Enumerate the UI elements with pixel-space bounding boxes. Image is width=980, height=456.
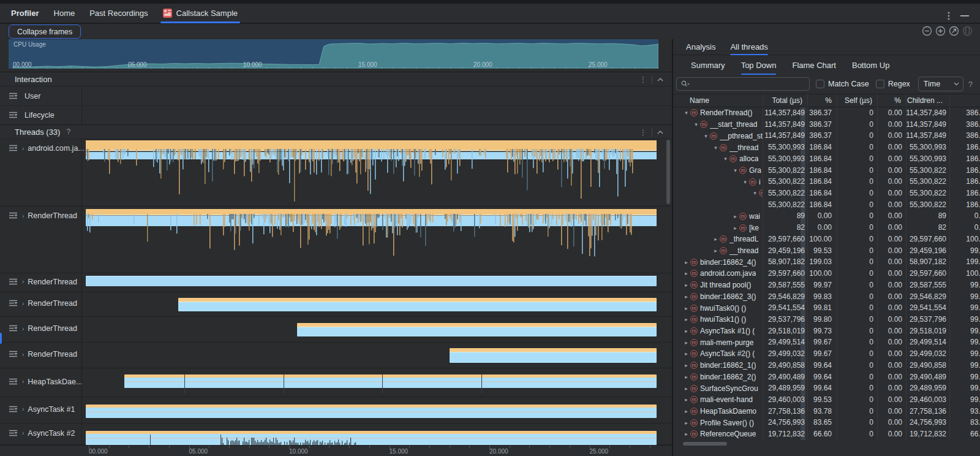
tree-expander-icon[interactable]: ▸ bbox=[682, 270, 690, 276]
tracks-icon[interactable] bbox=[9, 325, 18, 332]
tree-expander-icon[interactable]: ▸ bbox=[682, 305, 690, 311]
interaction-menu-icon[interactable]: ⋮ bbox=[639, 76, 647, 83]
tree-expander-icon[interactable]: ▸ bbox=[682, 362, 690, 368]
analysis-tab-analysis[interactable]: Analysis bbox=[686, 39, 715, 55]
tracks-icon[interactable] bbox=[9, 300, 18, 307]
tree-expander-icon[interactable]: ▸ bbox=[682, 282, 690, 288]
tree-expander-icon[interactable]: ▸ bbox=[712, 248, 720, 254]
table-row[interactable]: ▾mGra55,300,822186.8400.0055,300,822186.… bbox=[673, 165, 980, 177]
tracks-icon[interactable] bbox=[9, 278, 18, 286]
thread-row[interactable]: ›android.com.ja... bbox=[0, 139, 672, 207]
tree-expander-icon[interactable]: ▾ bbox=[692, 121, 700, 127]
column-header-name[interactable]: Name bbox=[673, 94, 763, 108]
tracks-icon[interactable] bbox=[9, 212, 18, 219]
subtab-summary[interactable]: Summary bbox=[691, 56, 725, 75]
threads-section-header[interactable]: Threads (33) ? ⋮ bbox=[0, 124, 672, 139]
expand-thread-icon[interactable]: › bbox=[22, 430, 24, 436]
table-row[interactable]: ▸mAsyncTask #2() (29,499,03299.6700.0029… bbox=[673, 348, 980, 360]
reset-zoom-icon[interactable] bbox=[949, 26, 959, 36]
table-row[interactable]: ▾m__pthread_st114,357,849386.3700.00114,… bbox=[673, 130, 980, 142]
tree-expander-icon[interactable]: ▾ bbox=[741, 179, 749, 185]
cpu-usage-chart[interactable]: CPU Usage 00.00005.00010.00015.00020.000… bbox=[9, 39, 658, 69]
thread-row[interactable]: ›RenderThread bbox=[0, 343, 672, 368]
thread-track[interactable] bbox=[86, 292, 657, 316]
table-row[interactable]: 55,300,822186.8400.0055,300,822186.84 bbox=[673, 199, 980, 211]
column-header-3[interactable]: Self (µs) bbox=[837, 94, 877, 108]
expand-thread-icon[interactable]: › bbox=[22, 378, 24, 385]
tree-expander-icon[interactable]: ▸ bbox=[682, 328, 690, 334]
thread-track[interactable] bbox=[86, 424, 657, 444]
column-header-2[interactable]: % bbox=[807, 94, 837, 108]
table-row[interactable]: ▸m[ke820.0000.00820.00 bbox=[673, 222, 980, 234]
thread-row[interactable]: ›AsyncTask #2 bbox=[0, 424, 672, 445]
table-row[interactable]: ▾mRenderThread()114,357,849386.3700.0011… bbox=[673, 107, 980, 119]
subtab-flame-chart[interactable]: Flame Chart bbox=[792, 56, 836, 75]
table-row[interactable]: ▸mbinder:16862_3()29,546,82999.8300.0029… bbox=[673, 291, 980, 303]
interaction-section-header[interactable]: Interaction ⋮ bbox=[0, 72, 672, 86]
tree-expander-icon[interactable]: ▸ bbox=[682, 294, 690, 300]
expand-thread-icon[interactable]: › bbox=[22, 278, 24, 285]
tree-expander-icon[interactable]: ▾ bbox=[722, 156, 729, 162]
collapse-frames-button[interactable]: Collapse frames bbox=[9, 25, 81, 39]
table-row[interactable]: ▸mbinder:16862_2()29,490,48999.6400.0029… bbox=[673, 371, 980, 383]
collapse-section-icon[interactable] bbox=[657, 131, 663, 134]
interaction-row-user[interactable]: User bbox=[0, 87, 672, 106]
thread-track[interactable] bbox=[86, 397, 657, 423]
column-header-1[interactable]: Total (µs) bbox=[763, 94, 807, 108]
expand-thread-icon[interactable]: › bbox=[22, 145, 24, 152]
table-row[interactable]: ▸mmali-mem-purge29,499,51499.6700.0029,4… bbox=[673, 336, 980, 348]
table-row[interactable]: ▾m__thread55,300,993186.8400.0055,300,99… bbox=[673, 142, 980, 153]
thread-track[interactable] bbox=[86, 273, 657, 292]
tree-expander-icon[interactable]: ▸ bbox=[682, 386, 690, 392]
tree-expander-icon[interactable]: ▸ bbox=[682, 340, 690, 346]
tab-home[interactable]: Home bbox=[54, 4, 75, 23]
subtab-top-down[interactable]: Top Down bbox=[741, 56, 777, 75]
tree-expander-icon[interactable]: ▸ bbox=[682, 351, 690, 357]
tab-past-recordings[interactable]: Past Recordings bbox=[89, 4, 148, 23]
filter-help-icon[interactable]: ? bbox=[968, 80, 973, 89]
tree-expander-icon[interactable]: ▸ bbox=[731, 213, 739, 219]
tracks-icon[interactable] bbox=[9, 378, 18, 386]
tracks-icon[interactable] bbox=[9, 430, 18, 437]
zoom-out-icon[interactable] bbox=[922, 26, 932, 36]
tracks-icon[interactable] bbox=[9, 93, 18, 100]
table-row[interactable]: ▸mHeapTaskDaemo27,758,13693.7800.0027,75… bbox=[673, 406, 980, 417]
thread-row[interactable]: ›RenderThread bbox=[0, 317, 672, 343]
thread-row[interactable]: ›HeapTaskDae... bbox=[0, 368, 672, 397]
table-row[interactable]: ▾mi55,300,822186.8400.0055,300,822186.84 bbox=[673, 176, 980, 188]
timeline-vertical-scrollbar[interactable] bbox=[666, 140, 670, 204]
tracks-icon[interactable] bbox=[9, 406, 18, 413]
minimize-icon[interactable] bbox=[958, 9, 971, 23]
search-input[interactable] bbox=[676, 77, 810, 91]
table-row[interactable]: ▸mAsyncTask #1() (29,518,01999.7300.0029… bbox=[673, 325, 980, 337]
tracks-icon[interactable] bbox=[9, 145, 18, 152]
tree-expander-icon[interactable]: ▸ bbox=[682, 431, 690, 437]
expand-thread-icon[interactable]: › bbox=[22, 213, 24, 219]
tree-expander-icon[interactable]: ▸ bbox=[682, 408, 690, 414]
filter-type-dropdown[interactable]: Time bbox=[918, 77, 963, 91]
tree-expander-icon[interactable]: ▸ bbox=[712, 236, 720, 242]
tree-expander-icon[interactable]: ▾ bbox=[731, 167, 739, 173]
table-row[interactable]: ▸mbinder:16862_1()29,490,85899.6400.0029… bbox=[673, 360, 980, 371]
search-field[interactable] bbox=[692, 79, 805, 89]
interaction-row-lifecycle[interactable]: Lifecycle bbox=[0, 106, 672, 125]
tree-expander-icon[interactable]: ▾ bbox=[702, 133, 710, 139]
tree-expander-icon[interactable]: ▸ bbox=[682, 259, 690, 265]
thread-track[interactable] bbox=[86, 343, 657, 368]
tree-expander-icon[interactable]: ▾ bbox=[712, 145, 720, 151]
table-row[interactable]: ▸mProfile Saver() ()24,756,99383.6500.00… bbox=[673, 417, 980, 428]
table-row[interactable]: ▾m(55,300,822186.8400.0055,300,822186.84 bbox=[673, 188, 980, 199]
tree-expander-icon[interactable]: ▸ bbox=[731, 225, 739, 231]
match-case-checkbox[interactable] bbox=[816, 80, 824, 88]
tree-expander-icon[interactable]: ▾ bbox=[682, 110, 690, 116]
column-header-4[interactable]: % bbox=[877, 94, 906, 108]
regex-checkbox[interactable] bbox=[876, 80, 884, 88]
table-row[interactable]: ▸mhwuiTask1() ()29,537,79699.8000.0029,5… bbox=[673, 314, 980, 325]
analysis-tab-all-threads[interactable]: All threads bbox=[730, 39, 767, 55]
threads-menu-icon[interactable]: ⋮ bbox=[639, 129, 647, 136]
table-row[interactable]: ▸m__thread29,459,19699.5300.0029,459,196… bbox=[673, 245, 980, 257]
zoom-in-icon[interactable] bbox=[935, 26, 946, 36]
tree-expander-icon[interactable]: ▸ bbox=[682, 316, 690, 322]
table-row[interactable]: ▸mwai890.0000.00890.00 bbox=[673, 210, 980, 222]
table-row[interactable]: ▸mSurfaceSyncGrou29,489,95999.6400.0029,… bbox=[673, 382, 980, 394]
